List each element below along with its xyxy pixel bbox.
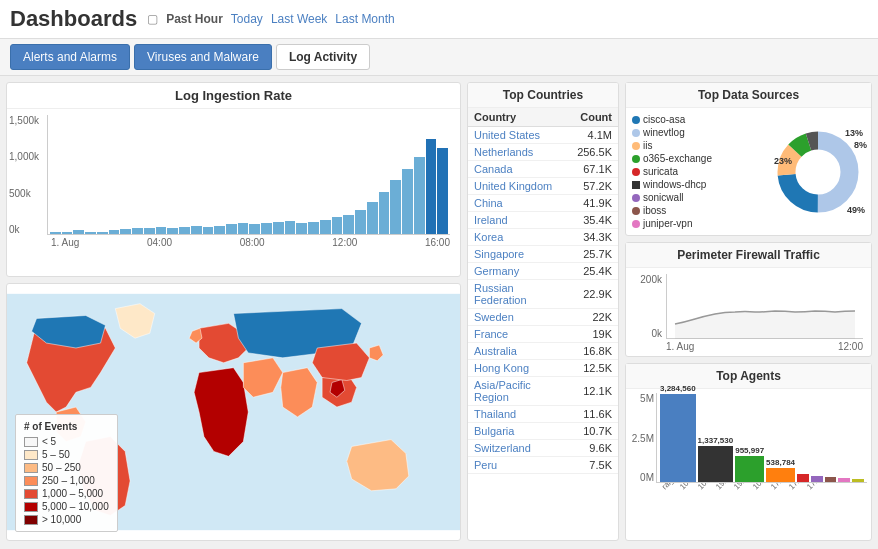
ds-item-1: winevtlog: [632, 127, 766, 138]
agent-bar-5: [811, 476, 823, 482]
table-row[interactable]: France 19K: [468, 326, 618, 343]
fw-x-label-2: 12:00: [838, 341, 863, 352]
table-row[interactable]: Korea 34.3K: [468, 229, 618, 246]
country-count: 4.1M: [571, 127, 618, 144]
table-row[interactable]: Thailand 11.6K: [468, 406, 618, 423]
countries-title: Top Countries: [468, 83, 618, 108]
y-label-4: 0k: [9, 224, 39, 235]
donut-label-23: 23%: [774, 156, 792, 166]
table-row[interactable]: Netherlands 256.5K: [468, 144, 618, 161]
table-row[interactable]: United States 4.1M: [468, 127, 618, 144]
ds-item-3: o365-exchange: [632, 153, 766, 164]
firewall-panel: Perimeter Firewall Traffic 200k 0k: [625, 242, 872, 357]
country-name[interactable]: Asia/Pacific Region: [468, 377, 571, 406]
country-name[interactable]: Australia: [468, 343, 571, 360]
country-name[interactable]: Canada: [468, 161, 571, 178]
country-count: 7.5K: [571, 457, 618, 474]
country-name[interactable]: Ireland: [468, 212, 571, 229]
donut-label-8: 8%: [854, 140, 867, 150]
table-row[interactable]: Peru 7.5K: [468, 457, 618, 474]
donut-chart: 23% 13% 8% 49%: [770, 114, 865, 229]
country-count: 9.6K: [571, 440, 618, 457]
country-count: 25.4K: [571, 263, 618, 280]
country-count: 256.5K: [571, 144, 618, 161]
table-row[interactable]: Asia/Pacific Region 12.1K: [468, 377, 618, 406]
datasources-content: cisco-asa winevtlog iis o365-exchan: [626, 108, 871, 235]
country-name[interactable]: United Kingdom: [468, 178, 571, 195]
ds-legend: cisco-asa winevtlog iis o365-exchan: [632, 114, 766, 229]
country-name[interactable]: Russian Federation: [468, 280, 571, 309]
table-row[interactable]: Russian Federation 22.9K: [468, 280, 618, 309]
x-label-8: 172.30.146.20: [805, 483, 848, 491]
tab-viruses-malware[interactable]: Viruses and Malware: [134, 44, 272, 70]
ds-item-8: juniper-vpn: [632, 218, 766, 229]
country-count: 25.7K: [571, 246, 618, 263]
country-count: 67.1K: [571, 161, 618, 178]
agents-content: 5M 2.5M 0M 3,284,560 1,337,530: [626, 389, 871, 535]
table-row[interactable]: Germany 25.4K: [468, 263, 618, 280]
country-name[interactable]: Switzerland: [468, 440, 571, 457]
right-panels: Top Data Sources cisco-asa winevtlog: [625, 82, 872, 541]
x-label-2: 04:00: [147, 237, 172, 248]
bar-chart: [47, 115, 450, 235]
x-label-5: 16:00: [425, 237, 450, 248]
legend-item-1: < 5: [24, 436, 109, 447]
agents-y-3: 0M: [630, 472, 654, 483]
right-section: Top Countries Country Count United State…: [467, 82, 872, 541]
log-ingestion-panel: Log Ingestion Rate 1,500k 1,000k 500k 0k: [6, 82, 461, 277]
time-last-week[interactable]: Last Week: [271, 12, 327, 26]
table-row[interactable]: Canada 67.1K: [468, 161, 618, 178]
clock-icon: ▢: [147, 12, 158, 26]
country-name[interactable]: Peru: [468, 457, 571, 474]
y-label-1: 1,500k: [9, 115, 39, 126]
ds-item-2: iis: [632, 140, 766, 151]
tab-log-activity[interactable]: Log Activity: [276, 44, 370, 70]
country-count: 16.8K: [571, 343, 618, 360]
table-row[interactable]: Hong Kong 12.5K: [468, 360, 618, 377]
table-row[interactable]: China 41.9K: [468, 195, 618, 212]
agents-y-1: 5M: [630, 393, 654, 404]
country-name[interactable]: China: [468, 195, 571, 212]
tab-alerts-alarms[interactable]: Alerts and Alarms: [10, 44, 130, 70]
countries-table: Country Count United States 4.1M Netherl…: [468, 108, 618, 474]
table-row[interactable]: Ireland 35.4K: [468, 212, 618, 229]
table-row[interactable]: Bulgaria 10.7K: [468, 423, 618, 440]
country-name[interactable]: Bulgaria: [468, 423, 571, 440]
svg-point-6: [800, 154, 836, 190]
x-label-4: 12:00: [332, 237, 357, 248]
country-name[interactable]: Korea: [468, 229, 571, 246]
left-column: Log Ingestion Rate 1,500k 1,000k 500k 0k: [6, 82, 461, 541]
country-name[interactable]: Sweden: [468, 309, 571, 326]
legend-item-7: > 10,000: [24, 514, 109, 525]
country-name[interactable]: Netherlands: [468, 144, 571, 161]
country-count: 12.5K: [571, 360, 618, 377]
donut-label-13: 13%: [845, 128, 863, 138]
table-row[interactable]: Australia 16.8K: [468, 343, 618, 360]
agent-bar-2: 955,997: [735, 446, 764, 482]
table-row[interactable]: Sweden 22K: [468, 309, 618, 326]
countries-panel: Top Countries Country Count United State…: [467, 82, 619, 541]
fw-y-label-1: 200k: [634, 274, 662, 285]
legend-item-2: 5 – 50: [24, 449, 109, 460]
country-name[interactable]: France: [468, 326, 571, 343]
table-row[interactable]: United Kingdom 57.2K: [468, 178, 618, 195]
time-last-month[interactable]: Last Month: [335, 12, 394, 26]
log-chart-area: 1,500k 1,000k 500k 0k: [7, 109, 460, 264]
time-today[interactable]: Today: [231, 12, 263, 26]
legend-title: # of Events: [24, 421, 109, 432]
country-name[interactable]: Hong Kong: [468, 360, 571, 377]
country-count: 11.6K: [571, 406, 618, 423]
country-name[interactable]: Germany: [468, 263, 571, 280]
ds-item-6: sonicwall: [632, 192, 766, 203]
fw-y-label-2: 0k: [634, 328, 662, 339]
country-name[interactable]: Singapore: [468, 246, 571, 263]
agents-bars: 3,284,560 1,337,530 955,997: [656, 393, 867, 483]
table-row[interactable]: Singapore 25.7K: [468, 246, 618, 263]
country-name[interactable]: Thailand: [468, 406, 571, 423]
country-name[interactable]: United States: [468, 127, 571, 144]
table-row[interactable]: Switzerland 9.6K: [468, 440, 618, 457]
time-past-hour[interactable]: Past Hour: [166, 12, 223, 26]
ds-item-0: cisco-asa: [632, 114, 766, 125]
y-axis: 1,500k 1,000k 500k 0k: [9, 115, 39, 235]
legend-item-4: 250 – 1,000: [24, 475, 109, 486]
